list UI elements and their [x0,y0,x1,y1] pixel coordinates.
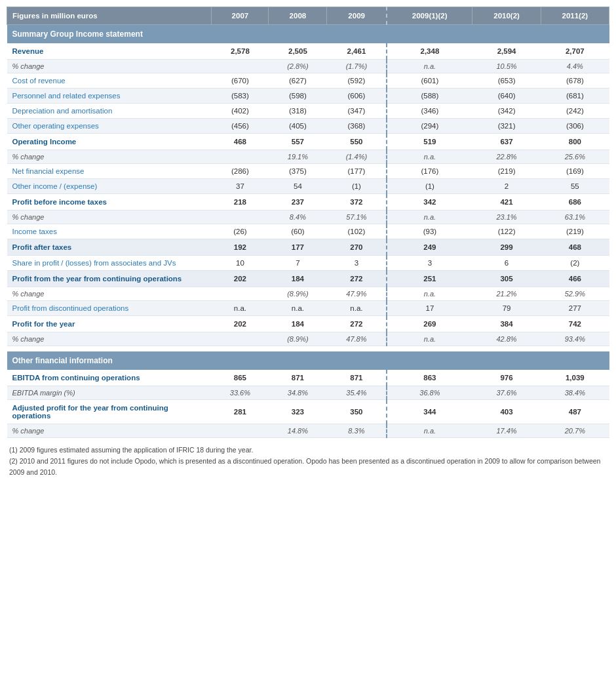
row-value: 863 [387,370,472,386]
row-value: 2,505 [269,43,327,60]
row-value: 800 [541,134,609,150]
col-header-2009: 2009 [327,7,387,25]
table-row: EBITDA margin (%)33.6%34.8%35.4%36.8%37.… [7,386,609,400]
row-value: 17 [387,301,472,316]
row-value: 323 [269,400,327,424]
table-row: % change(8.9%)47.8%n.a.42.8%93.4% [7,332,609,346]
row-value: (583) [212,89,269,104]
row-value: 342 [387,194,472,210]
row-value: (122) [472,224,541,239]
row-value: (405) [269,119,327,134]
row-value: 14.8% [269,424,327,438]
row-value: 55 [541,179,609,194]
table-row: Other income / (expense)3754(1)(1)255 [7,179,609,194]
row-value: 742 [541,316,609,332]
row-value: (294) [387,119,472,134]
row-value: 2,707 [541,43,609,60]
row-value: 4.4% [541,60,609,73]
row-value: 3 [387,256,472,271]
col-header-2008: 2008 [269,7,327,25]
section-header-label: Summary Group Income statement [7,25,609,44]
section-header-2: Other financial information [7,351,609,370]
row-value: (681) [541,89,609,104]
row-label: % change [7,287,212,301]
row-value: (342) [472,104,541,119]
row-value [212,287,269,301]
row-value: 466 [541,271,609,287]
row-value: 25.6% [541,150,609,164]
row-label: Profit for the year [7,316,212,332]
col-header-2010-2: 2010(2) [472,7,541,25]
row-value: 218 [212,194,269,210]
row-value: 35.4% [327,386,387,400]
row-value: 272 [327,271,387,287]
row-value: 7 [269,256,327,271]
row-value: n.a. [387,424,472,438]
row-value: 36.8% [387,386,472,400]
row-value: n.a. [387,287,472,301]
row-value: 2,578 [212,43,269,60]
row-value: 20.7% [541,424,609,438]
row-label: EBITDA from continuing operations [7,370,212,386]
row-value: (242) [541,104,609,119]
row-value [212,60,269,73]
row-value: 202 [212,271,269,287]
col-header-2011-2: 2011(2) [541,7,609,25]
row-value: 6 [472,256,541,271]
row-value: (176) [387,164,472,179]
row-value: 686 [541,194,609,210]
row-value: 19.1% [269,150,327,164]
section-header-label: Other financial information [7,351,609,370]
row-value: (598) [269,89,327,104]
row-value: 865 [212,370,269,386]
row-value: n.a. [387,150,472,164]
row-label: Profit after taxes [7,239,212,256]
table-row: Adjusted profit for the year from contin… [7,400,609,424]
row-label: % change [7,60,212,73]
row-value: 38.4% [541,386,609,400]
row-value: 10 [212,256,269,271]
row-label: Net financial expense [7,164,212,179]
row-label: Other income / (expense) [7,179,212,194]
row-value: 2 [472,179,541,194]
table-row: Cost of revenue(670)(627)(592)(601)(653)… [7,73,609,89]
row-value: 21.2% [472,287,541,301]
row-value: (678) [541,73,609,89]
table-row: % change8.4%57.1%n.a.23.1%63.1% [7,210,609,224]
row-value: (8.9%) [269,287,327,301]
row-value: 251 [387,271,472,287]
row-value: (627) [269,73,327,89]
row-value: (601) [387,73,472,89]
col-header-2009-1-2: 2009(1)(2) [387,7,472,25]
row-value: 871 [269,370,327,386]
row-value: 23.1% [472,210,541,224]
row-value: (169) [541,164,609,179]
table-row: Share in profit / (losses) from associat… [7,256,609,271]
row-value: (8.9%) [269,332,327,346]
row-value: (402) [212,104,269,119]
row-value: 177 [269,239,327,256]
row-label: Cost of revenue [7,73,212,89]
row-value: 468 [212,134,269,150]
row-label: Profit from discontinued operations [7,301,212,316]
row-label: % change [7,332,212,346]
row-label: Depreciation and amortisation [7,104,212,119]
row-label: Operating Income [7,134,212,150]
row-label: Other operating expenses [7,119,212,134]
row-value: (1) [387,179,472,194]
row-value: (653) [472,73,541,89]
row-value: 871 [327,370,387,386]
row-value: 272 [327,316,387,332]
income-statement-table: Figures in million euros 2007 2008 2009 … [7,7,609,438]
row-value: (588) [387,89,472,104]
table-row: % change14.8%8.3%n.a.17.4%20.7% [7,424,609,438]
row-value [212,150,269,164]
row-value: 403 [472,400,541,424]
row-value: 269 [387,316,472,332]
row-value: (640) [472,89,541,104]
table-row: Profit before income taxes21823737234242… [7,194,609,210]
row-value: (1.4%) [327,150,387,164]
table-row: EBITDA from continuing operations8658718… [7,370,609,386]
row-value: 468 [541,239,609,256]
row-value: (306) [541,119,609,134]
